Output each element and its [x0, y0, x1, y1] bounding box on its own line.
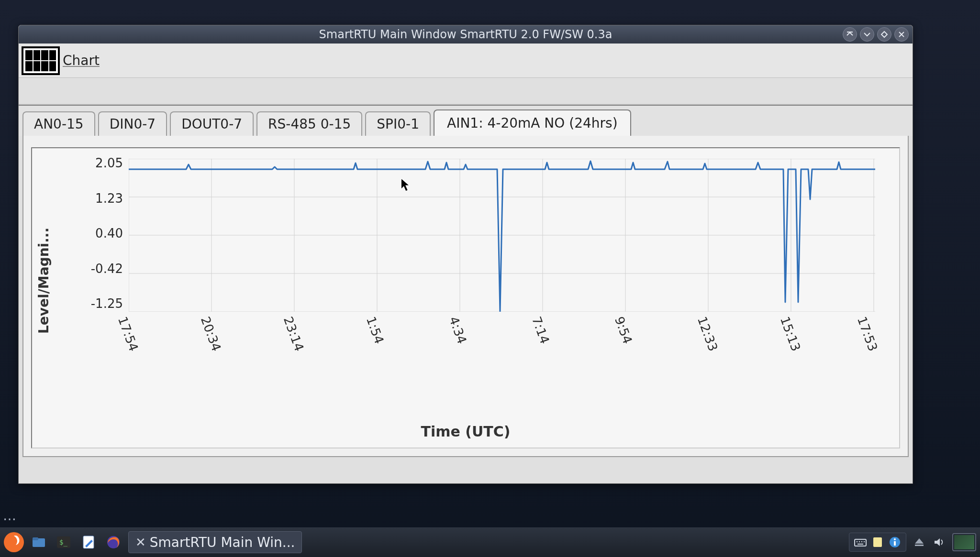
taskbar-window-label: SmartRTU Main Win... — [150, 535, 295, 550]
onscreen-keyboard-icon[interactable] — [22, 46, 60, 75]
info-tray-icon[interactable] — [888, 535, 902, 549]
menu-bar: Chart — [19, 44, 913, 78]
svg-rect-19 — [33, 537, 38, 540]
tab-bar: AN0-15 DIN0-7 DOUT0-7 RS-485 0-15 SPI0-1… — [19, 106, 913, 136]
mouse-cursor-icon — [401, 178, 411, 192]
window-maximize-button[interactable] — [877, 27, 891, 42]
window-keep-above-button[interactable] — [843, 27, 857, 42]
svg-point-26 — [859, 541, 860, 542]
window-controls — [843, 27, 909, 42]
ytick: 0.40 — [66, 226, 123, 240]
chart-frame: Level/Magni... 2.05 1.23 0.40 -0.42 -1.2… — [31, 147, 900, 448]
ytick: 2.05 — [66, 156, 123, 170]
xtick: 9:54 — [612, 315, 635, 346]
window-minimize-button[interactable] — [860, 27, 874, 42]
xtick: 12:33 — [695, 315, 721, 353]
ytick: -0.42 — [66, 262, 123, 276]
tab-ain1-24hrs[interactable]: AIN1: 4-20mA NO (24hrs) — [434, 109, 631, 136]
svg-rect-29 — [858, 544, 863, 545]
svg-point-27 — [861, 541, 862, 542]
keyboard-tray-icon[interactable] — [853, 535, 868, 549]
tab-din0-7[interactable]: DIN0-7 — [98, 111, 167, 136]
xtick: 15:13 — [778, 315, 803, 353]
taskbar-window-button[interactable]: ✕ SmartRTU Main Win... — [128, 531, 302, 553]
xtick: 17:53 — [855, 315, 880, 353]
x-tick-labels: 17:54 20:34 23:14 1:54 4:34 7:14 9:54 12… — [129, 315, 875, 362]
y-axis-label: Level/Magni... — [36, 228, 52, 334]
close-icon: ✕ — [135, 535, 146, 549]
plot-area[interactable]: Level/Magni... 2.05 1.23 0.40 -0.42 -1.2… — [38, 154, 893, 442]
svg-point-33 — [894, 538, 896, 540]
panel-overflow-icon[interactable]: … — [3, 508, 18, 524]
svg-rect-32 — [894, 541, 896, 546]
eject-tray-icon[interactable] — [912, 535, 926, 549]
text-editor-icon[interactable] — [78, 532, 99, 552]
tab-spi0-1[interactable]: SPI0-1 — [365, 111, 431, 136]
xtick: 7:14 — [529, 315, 552, 346]
desktop-switch-icon[interactable] — [952, 533, 976, 551]
main-window: SmartRTU Main Window SmartRTU 2.0 FW/SW … — [18, 25, 913, 484]
taskbar: $_ ✕ SmartRTU Main Win... — [0, 527, 980, 557]
menu-item-chart[interactable]: Chart — [63, 53, 100, 68]
chart-svg — [129, 159, 875, 312]
ytick: -1.25 — [66, 296, 123, 311]
volume-tray-icon[interactable] — [932, 535, 947, 549]
tab-an0-15[interactable]: AN0-15 — [22, 111, 95, 136]
terminal-icon[interactable]: $_ — [54, 532, 74, 552]
svg-rect-30 — [873, 537, 882, 547]
xtick: 17:54 — [115, 315, 141, 353]
svg-point-25 — [857, 541, 858, 542]
xtick: 4:34 — [446, 315, 469, 346]
window-title: SmartRTU Main Window SmartRTU 2.0 FW/SW … — [319, 28, 612, 41]
xtick: 23:14 — [281, 315, 307, 353]
notes-tray-icon[interactable] — [870, 535, 885, 549]
file-manager-icon[interactable] — [29, 532, 49, 552]
system-tray — [849, 533, 906, 552]
ytick: 1.23 — [66, 191, 123, 206]
start-menu-icon[interactable] — [4, 532, 24, 552]
xtick: 1:54 — [364, 315, 387, 346]
y-tick-labels: 2.05 1.23 0.40 -0.42 -1.25 — [66, 154, 123, 311]
xtick: 20:34 — [198, 315, 224, 353]
chart-panel: Level/Magni... 2.05 1.23 0.40 -0.42 -1.2… — [22, 136, 909, 457]
x-axis-label: Time (UTC) — [421, 423, 510, 440]
svg-rect-34 — [915, 545, 924, 546]
svg-rect-22 — [83, 536, 94, 548]
tab-rs485-0-15[interactable]: RS-485 0-15 — [256, 111, 362, 136]
svg-text:$_: $_ — [59, 538, 67, 546]
toolbar-spacer — [19, 78, 913, 106]
firefox-icon[interactable] — [103, 532, 123, 552]
svg-rect-24 — [855, 539, 866, 546]
window-titlebar[interactable]: SmartRTU Main Window SmartRTU 2.0 FW/SW … — [19, 25, 913, 44]
tab-dout0-7[interactable]: DOUT0-7 — [170, 111, 254, 136]
svg-point-28 — [864, 541, 865, 542]
window-close-button[interactable] — [894, 27, 909, 42]
